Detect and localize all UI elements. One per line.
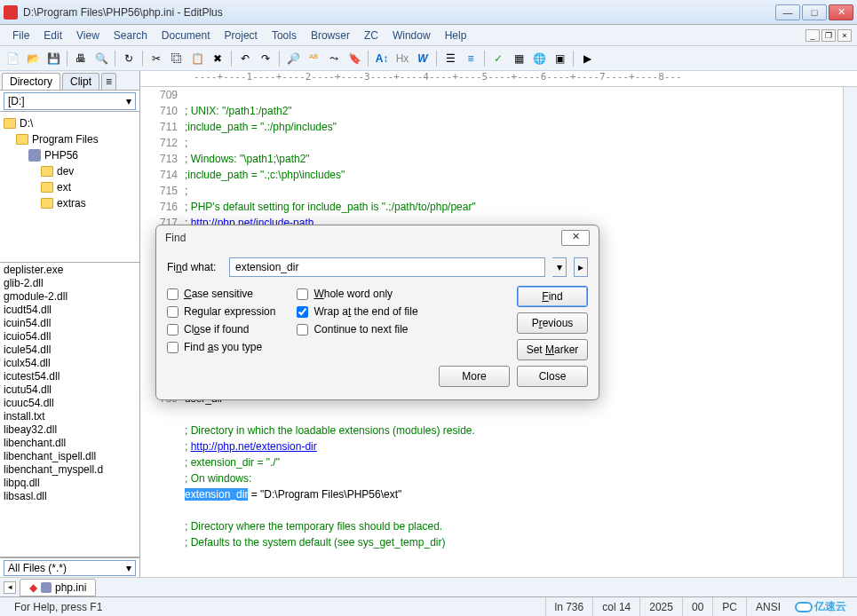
tree-folder[interactable]: Program Files: [0, 131, 139, 147]
redo-icon[interactable]: ↷: [257, 50, 274, 67]
save-icon[interactable]: 💾: [44, 50, 62, 67]
file-list-item[interactable]: icuuc54.dll: [0, 396, 139, 409]
browser-preview-icon[interactable]: 🌐: [530, 50, 548, 67]
app-icon: [4, 5, 18, 20]
outdent-icon[interactable]: ≡: [462, 50, 480, 67]
find-what-input[interactable]: [229, 257, 545, 277]
vertical-scrollbar[interactable]: [843, 87, 857, 577]
font-icon[interactable]: A↕: [373, 50, 391, 67]
file-list-item[interactable]: icuio54.dll: [0, 329, 139, 343]
menu-view[interactable]: View: [69, 25, 107, 45]
paste-icon[interactable]: 📋: [188, 50, 206, 67]
menu-search[interactable]: Search: [107, 25, 155, 45]
toolbar: 📄 📂 💾 🖶 🔍 ↻ ✂ ⿻ 📋 ✖ ↶ ↷ 🔎 ᴬᴮ ⤳ 🔖 A↕ Hx W…: [0, 46, 857, 71]
menu-project[interactable]: Project: [218, 25, 265, 45]
find-dialog: Find ✕ Find what: ▾ ▸ Case sensitive Reg…: [155, 225, 599, 400]
undo-icon[interactable]: ↶: [236, 50, 254, 67]
chk-find-as-you-type[interactable]: Find as you type: [167, 341, 275, 353]
find-dialog-close-button[interactable]: ✕: [561, 230, 590, 246]
file-list-item[interactable]: libenchant_myspell.d: [0, 462, 139, 476]
menu-document[interactable]: Document: [155, 25, 218, 45]
find-history-dropdown[interactable]: ▾: [552, 257, 567, 277]
set-marker-button[interactable]: Set Marker: [517, 339, 588, 360]
window-title: D:\Program Files\PHP56\php.ini - EditPlu…: [23, 6, 775, 19]
chk-regular-expression[interactable]: Regular expression: [167, 305, 275, 318]
tree-folder[interactable]: dev: [0, 163, 139, 179]
php-file-icon: [41, 582, 52, 593]
search-icon[interactable]: 🔎: [284, 50, 302, 67]
file-list-item[interactable]: libenchant.dll: [0, 436, 139, 449]
print-preview-icon[interactable]: 🔍: [92, 50, 110, 67]
maximize-button[interactable]: □: [802, 4, 827, 20]
mdi-restore-button[interactable]: ❐: [821, 29, 836, 42]
new-file-icon[interactable]: 📄: [4, 50, 21, 67]
tab-functions-icon[interactable]: ≡: [101, 73, 116, 90]
tree-folder[interactable]: ext: [0, 179, 139, 195]
delete-icon[interactable]: ✖: [209, 50, 226, 67]
run-icon[interactable]: ▶: [578, 50, 596, 67]
spellcheck-icon[interactable]: ✓: [489, 50, 507, 67]
menu-browser[interactable]: Browser: [304, 25, 357, 45]
column-icon[interactable]: ▦: [510, 50, 528, 67]
file-list-item[interactable]: libeay32.dll: [0, 423, 139, 436]
open-file-icon[interactable]: 📂: [24, 50, 42, 67]
file-list-item[interactable]: icudt54.dll: [0, 303, 139, 316]
copy-icon[interactable]: ⿻: [168, 50, 186, 67]
refresh-icon[interactable]: ↻: [120, 50, 138, 67]
chk-case-sensitive[interactable]: Case sensitive: [167, 288, 275, 300]
file-list-item[interactable]: icuin54.dll: [0, 316, 139, 329]
mdi-minimize-button[interactable]: _: [805, 29, 820, 42]
chk-close-if-found[interactable]: Close if found: [167, 323, 275, 336]
terminal-icon[interactable]: ▣: [551, 50, 568, 67]
file-list[interactable]: deplister.exeglib-2.dllgmodule-2.dllicud…: [0, 263, 139, 557]
file-list-item[interactable]: icutu54.dll: [0, 383, 139, 396]
file-list-item[interactable]: install.txt: [0, 409, 139, 423]
previous-button[interactable]: Previous: [517, 312, 588, 334]
menu-tools[interactable]: Tools: [265, 25, 304, 45]
menu-help[interactable]: Help: [438, 25, 474, 45]
file-list-item[interactable]: libpq.dll: [0, 476, 139, 489]
file-list-item[interactable]: icutest54.dll: [0, 369, 139, 383]
replace-icon[interactable]: ᴬᴮ: [305, 50, 322, 67]
tab-directory[interactable]: Directory: [2, 73, 60, 90]
doc-tab-phpini[interactable]: ◆ php.ini: [20, 579, 96, 596]
bookmark-icon[interactable]: 🔖: [345, 50, 363, 67]
file-list-item[interactable]: icule54.dll: [0, 343, 139, 356]
tree-folder[interactable]: PHP56: [0, 147, 139, 163]
close-button[interactable]: ✕: [829, 4, 853, 20]
mdi-close-button[interactable]: ×: [837, 29, 852, 42]
find-regex-helper-button[interactable]: ▸: [574, 257, 588, 277]
menu-window[interactable]: Window: [385, 25, 438, 45]
more-button[interactable]: More: [439, 366, 510, 387]
menu-file[interactable]: File: [5, 25, 36, 45]
find-button[interactable]: Find: [517, 286, 588, 307]
print-icon[interactable]: 🖶: [72, 50, 90, 67]
indent-icon[interactable]: ☰: [441, 50, 459, 67]
file-list-item[interactable]: libsasl.dll: [0, 489, 139, 502]
file-list-item[interactable]: libenchant_ispell.dll: [0, 449, 139, 462]
chk-whole-word[interactable]: Whole word only: [297, 288, 417, 300]
file-list-item[interactable]: deplister.exe: [0, 263, 139, 276]
chk-continue-next-file[interactable]: Continue to next file: [297, 323, 417, 336]
chevron-down-icon: ▾: [126, 95, 131, 107]
tab-cliptext[interactable]: Clipt: [62, 73, 99, 90]
chk-wrap[interactable]: Wrap at the end of file: [297, 305, 417, 318]
file-list-item[interactable]: glib-2.dll: [0, 276, 139, 289]
close-button[interactable]: Close: [517, 366, 588, 387]
file-filter-combo[interactable]: All Files (*.*) ▾: [4, 560, 136, 576]
menu-zc[interactable]: ZC: [357, 25, 385, 45]
hex-icon[interactable]: Hx: [393, 50, 411, 67]
goto-icon[interactable]: ⤳: [325, 50, 343, 67]
menu-edit[interactable]: Edit: [36, 25, 69, 45]
drive-combo[interactable]: [D:] ▾: [4, 92, 136, 110]
cut-icon[interactable]: ✂: [147, 50, 165, 67]
tab-scroll-left-icon[interactable]: ◂: [4, 581, 16, 594]
wordwrap-icon[interactable]: W: [414, 50, 432, 67]
folder-tree[interactable]: D:\Program FilesPHP56devextextras: [0, 112, 139, 263]
side-panel: Directory Clipt ≡ [D:] ▾ D:\Program File…: [0, 71, 140, 577]
file-list-item[interactable]: iculx54.dll: [0, 356, 139, 369]
tree-folder[interactable]: extras: [0, 195, 139, 211]
file-list-item[interactable]: gmodule-2.dll: [0, 289, 139, 303]
minimize-button[interactable]: —: [775, 4, 800, 20]
tree-folder[interactable]: D:\: [0, 115, 139, 131]
